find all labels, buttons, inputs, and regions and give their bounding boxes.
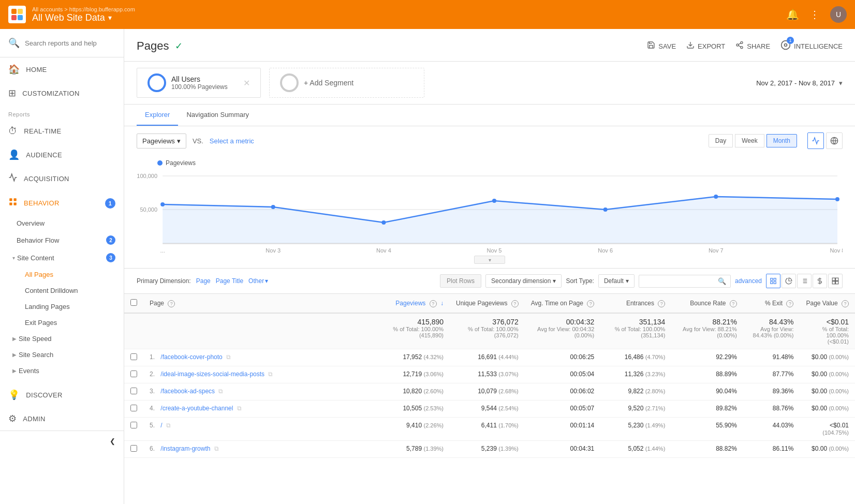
page-link-2[interactable]: /ideal-image-sizes-social-media-posts [160,370,264,378]
sidebar-item-admin[interactable]: ⚙ ADMIN [0,407,124,431]
row-checkbox-3[interactable] [130,388,137,394]
page-link-3[interactable]: /facebook-ad-specs [160,388,215,395]
sidebar-item-customization[interactable]: ⊞ CUSTOMIZATION [0,81,124,105]
sidebar-item-discover[interactable]: 💡 DISCOVER [0,383,124,407]
more-options-icon[interactable]: ⋮ [809,8,820,21]
unique-pv-help-icon[interactable]: ? [511,300,519,307]
save-button[interactable]: SAVE [647,41,676,51]
notification-icon[interactable]: 🔔 [786,8,799,21]
avatar[interactable]: U [830,6,847,23]
th-pct-exit[interactable]: % Exit ? [743,294,800,314]
page-link-1[interactable]: /facebook-cover-photo [160,353,222,361]
sidebar-item-behavior[interactable]: BEHAVIOR 1 [0,191,124,215]
th-page-value[interactable]: Page Value ? [800,294,855,314]
tab-explorer[interactable]: Explorer [137,105,178,126]
th-pageviews[interactable]: Pageviews ? ↓ [378,294,450,314]
sidebar-sub-site-speed[interactable]: ▶ Site Speed [0,331,124,347]
copy-icon-4[interactable]: ⧉ [237,405,242,412]
sort-type-dropdown[interactable]: Default ▾ [598,274,635,288]
sidebar-sub-all-pages[interactable]: All Pages [0,266,124,283]
cell-upv-2: 11,533 (3.07%) [450,366,525,383]
sidebar-sub-site-search[interactable]: ▶ Site Search [0,347,124,363]
bar-chart-button[interactable] [826,132,843,149]
copy-icon-3[interactable]: ⧉ [218,388,223,395]
entrances-help-icon[interactable]: ? [658,300,665,307]
metric-dropdown[interactable]: Pageviews ▾ [137,134,186,149]
page-link-5[interactable]: / [160,422,162,429]
sidebar-item-home[interactable]: 🏠 HOME [0,57,124,81]
dim-other-button[interactable]: Other ▾ [248,277,268,285]
table-grid-view-button[interactable] [766,274,780,288]
row-checkbox-2[interactable] [130,370,137,377]
sidebar-sub-site-content[interactable]: ▾ Site Content 3 [0,249,124,266]
cell-time-4: 00:05:07 [525,401,601,418]
th-unique-pageviews[interactable]: Unique Pageviews ? [450,294,525,314]
sidebar-item-realtime[interactable]: ⏱ REAL-TIME [0,120,124,143]
intelligence-button[interactable]: 1 INTELLIGENCE [780,40,843,52]
row-checkbox-5[interactable] [130,422,137,428]
sidebar-item-audience[interactable]: 👤 AUDIENCE [0,143,124,167]
segment-close-icon[interactable]: ✕ [243,78,250,88]
select-all-checkbox[interactable] [130,299,137,306]
sidebar-collapse-button[interactable]: ❮ [0,431,124,451]
share-button[interactable]: SHARE [735,41,770,51]
period-week-button[interactable]: Week [735,134,764,147]
intelligence-icon: 1 [780,40,791,52]
sidebar-sub-overview[interactable]: Overview [0,215,124,231]
table-search-icon[interactable]: 🔍 [718,277,726,285]
secondary-dim-button[interactable]: Secondary dimension ▾ [485,274,562,288]
dim-page-title-button[interactable]: Page Title [216,277,243,285]
pct-exit-help-icon[interactable]: ? [786,300,793,307]
dim-page-button[interactable]: Page [196,277,211,285]
data-table: Page ? Pageviews ? ↓ Unique Pageviews ? [124,293,855,458]
copy-icon-5[interactable]: ⧉ [166,422,171,429]
period-day-button[interactable]: Day [709,134,733,147]
row-checkbox-6[interactable] [130,445,137,452]
th-checkbox[interactable] [124,294,143,314]
plot-rows-button[interactable]: Plot Rows [440,274,481,288]
account-title[interactable]: All Web Site Data ▾ [32,12,786,23]
sidebar-sub-landing-pages[interactable]: Landing Pages [0,299,124,315]
svg-point-23 [603,207,608,212]
chart-area: Pageviews 100,000 50,000 [124,155,855,264]
search-input[interactable] [25,39,115,47]
table-compare-view-button[interactable] [813,274,827,288]
copy-icon-6[interactable]: ⧉ [214,445,219,452]
tab-navigation-summary[interactable]: Navigation Summary [178,105,257,126]
th-avg-time[interactable]: Avg. Time on Page ? [525,294,601,314]
row-checkbox-1[interactable] [130,353,137,360]
copy-icon-2[interactable]: ⧉ [268,370,273,378]
sidebar-sub-behavior-flow[interactable]: Behavior Flow 2 [0,231,124,249]
table-pie-view-button[interactable] [782,274,796,288]
segment-all-users[interactable]: All Users 100.00% Pageviews ✕ [137,68,261,98]
table-pivot-view-button[interactable] [828,274,843,288]
th-page[interactable]: Page ? [143,294,378,314]
sidebar-item-acquisition[interactable]: ACQUISITION [0,167,124,191]
row-checkbox-4[interactable] [130,405,137,411]
line-chart-button[interactable] [807,132,824,149]
main-content: Pages ✓ SAVE EXPORT [124,29,855,504]
th-entrances[interactable]: Entrances ? [600,294,671,314]
bounce-rate-help-icon[interactable]: ? [730,300,737,307]
page-help-icon[interactable]: ? [168,300,175,307]
table-search-input[interactable] [643,277,716,285]
cell-pv-2: 12,719 (3.06%) [378,366,450,383]
page-link-4[interactable]: /create-a-youtube-channel [160,405,233,412]
date-range-picker[interactable]: Nov 2, 2017 - Nov 8, 2017 ▾ [756,79,843,87]
copy-icon-1[interactable]: ⧉ [226,353,231,361]
period-month-button[interactable]: Month [766,134,797,147]
select-metric-button[interactable]: Select a metric [210,137,254,145]
sidebar-sub-exit-pages[interactable]: Exit Pages [0,315,124,331]
pageviews-help-icon[interactable]: ? [430,300,437,307]
table-list-view-button[interactable] [797,274,812,288]
export-button[interactable]: EXPORT [686,41,725,51]
page-link-6[interactable]: /instagram-growth [160,445,210,452]
advanced-link[interactable]: advanced [735,277,762,285]
page-value-help-icon[interactable]: ? [842,300,849,307]
sidebar-sub-content-drilldown[interactable]: Content Drilldown [0,283,124,299]
sidebar-sub-events[interactable]: ▶ Events [0,363,124,379]
avg-time-help-icon[interactable]: ? [587,300,594,307]
th-bounce-rate[interactable]: Bounce Rate ? [671,294,743,314]
add-segment-button[interactable]: + Add Segment [269,68,424,98]
admin-icon: ⚙ [8,413,17,424]
